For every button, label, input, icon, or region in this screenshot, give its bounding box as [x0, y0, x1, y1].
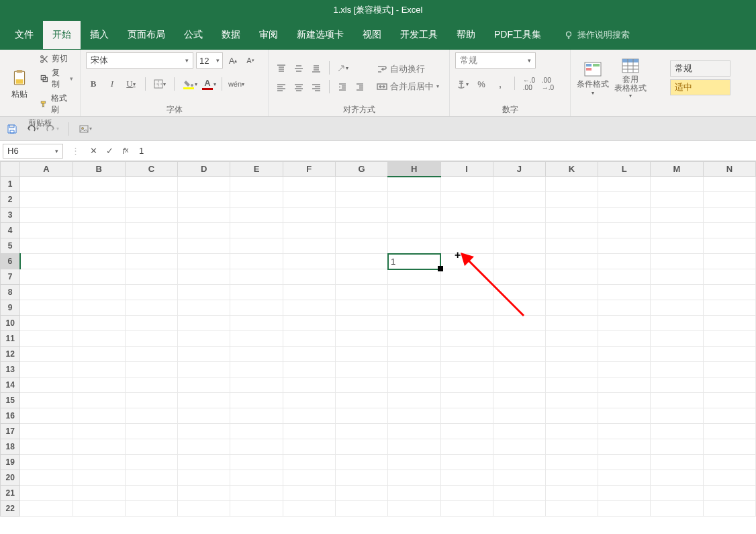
cell[interactable]: [20, 192, 73, 208]
cell[interactable]: [283, 208, 335, 223]
tab-data[interactable]: 数据: [212, 21, 250, 49]
cell[interactable]: [545, 362, 598, 377]
cell[interactable]: [598, 377, 651, 393]
cell[interactable]: [440, 347, 493, 362]
cell[interactable]: [20, 486, 73, 501]
column-header[interactable]: C: [125, 162, 177, 177]
cell[interactable]: [125, 238, 177, 254]
cell[interactable]: [703, 455, 755, 470]
cell[interactable]: [73, 470, 125, 486]
cell[interactable]: [388, 316, 440, 331]
cell[interactable]: [651, 223, 703, 238]
cell[interactable]: [73, 177, 125, 192]
cell[interactable]: [73, 316, 125, 331]
cell[interactable]: [388, 269, 440, 285]
cell[interactable]: [283, 501, 335, 517]
cell[interactable]: [440, 470, 493, 486]
cell[interactable]: [20, 269, 73, 285]
cell[interactable]: [703, 424, 755, 439]
cell[interactable]: [440, 393, 493, 408]
cell[interactable]: [125, 331, 177, 347]
cell[interactable]: [283, 177, 335, 192]
cell[interactable]: [178, 393, 230, 408]
style-good[interactable]: 适中: [670, 79, 730, 95]
cell[interactable]: [703, 439, 755, 455]
cell[interactable]: [703, 223, 755, 238]
cell[interactable]: [545, 486, 598, 501]
row-header[interactable]: 4: [1, 223, 20, 238]
cell[interactable]: [178, 285, 230, 300]
cell[interactable]: [545, 347, 598, 362]
number-format-select[interactable]: 常规 ▾: [455, 52, 536, 69]
cell[interactable]: [388, 300, 440, 316]
cell[interactable]: [388, 393, 440, 408]
cell[interactable]: [335, 177, 387, 192]
cell[interactable]: [178, 223, 230, 238]
cell[interactable]: [651, 439, 703, 455]
cell[interactable]: [440, 177, 493, 192]
cell[interactable]: [545, 316, 598, 331]
cell[interactable]: [703, 347, 755, 362]
cell[interactable]: [73, 377, 125, 393]
cell[interactable]: 1: [388, 254, 440, 269]
cell[interactable]: [598, 316, 651, 331]
cell[interactable]: [440, 455, 493, 470]
row-header[interactable]: 13: [1, 362, 20, 377]
cell[interactable]: [230, 455, 283, 470]
increase-decimal-button[interactable]: ←.0.00: [522, 77, 536, 91]
cell[interactable]: [388, 331, 440, 347]
cell[interactable]: [230, 208, 283, 223]
cell[interactable]: [335, 377, 387, 393]
cell[interactable]: [335, 393, 387, 408]
cell[interactable]: [73, 424, 125, 439]
cell[interactable]: [335, 300, 387, 316]
cell[interactable]: [545, 470, 598, 486]
cell[interactable]: [283, 238, 335, 254]
cell[interactable]: [73, 501, 125, 517]
cell[interactable]: [493, 393, 545, 408]
comma-button[interactable]: ,: [493, 77, 508, 91]
row-header[interactable]: 21: [1, 486, 20, 501]
font-name-select[interactable]: 宋体 ▾: [86, 52, 193, 69]
cancel-button[interactable]: ✕: [85, 146, 101, 156]
cell[interactable]: [73, 393, 125, 408]
cell[interactable]: [230, 285, 283, 300]
row-header[interactable]: 9: [1, 300, 20, 316]
cell[interactable]: [388, 439, 440, 455]
column-header[interactable]: L: [598, 162, 651, 177]
cell[interactable]: [335, 424, 387, 439]
row-header[interactable]: 3: [1, 208, 20, 223]
cell[interactable]: [20, 393, 73, 408]
cell[interactable]: [440, 300, 493, 316]
cell[interactable]: [335, 316, 387, 331]
cell[interactable]: [283, 455, 335, 470]
cell[interactable]: [651, 316, 703, 331]
decrease-font-button[interactable]: A▾: [243, 53, 258, 68]
tab-home[interactable]: 开始: [43, 21, 81, 49]
cell[interactable]: [598, 223, 651, 238]
cell[interactable]: [230, 362, 283, 377]
cell[interactable]: [125, 393, 177, 408]
cell[interactable]: [440, 223, 493, 238]
orientation-button[interactable]: ▾: [335, 61, 350, 76]
cell[interactable]: [598, 439, 651, 455]
cell[interactable]: [178, 269, 230, 285]
cell[interactable]: [125, 408, 177, 424]
cell[interactable]: [388, 486, 440, 501]
cell[interactable]: [73, 208, 125, 223]
cell[interactable]: [73, 269, 125, 285]
cell[interactable]: [283, 285, 335, 300]
column-header[interactable]: K: [545, 162, 598, 177]
row-header[interactable]: 2: [1, 192, 20, 208]
cell[interactable]: [73, 486, 125, 501]
align-right-button[interactable]: [309, 80, 324, 95]
cell[interactable]: [493, 377, 545, 393]
name-box[interactable]: H6 ▾: [3, 144, 63, 159]
currency-button[interactable]: ▾: [455, 77, 470, 91]
cell[interactable]: [388, 285, 440, 300]
fill-handle[interactable]: [438, 266, 443, 271]
tab-developer[interactable]: 开发工具: [391, 21, 447, 49]
phonetic-button[interactable]: wén▾: [229, 77, 244, 91]
font-color-button[interactable]: A ▾: [200, 77, 215, 91]
cell[interactable]: [335, 362, 387, 377]
